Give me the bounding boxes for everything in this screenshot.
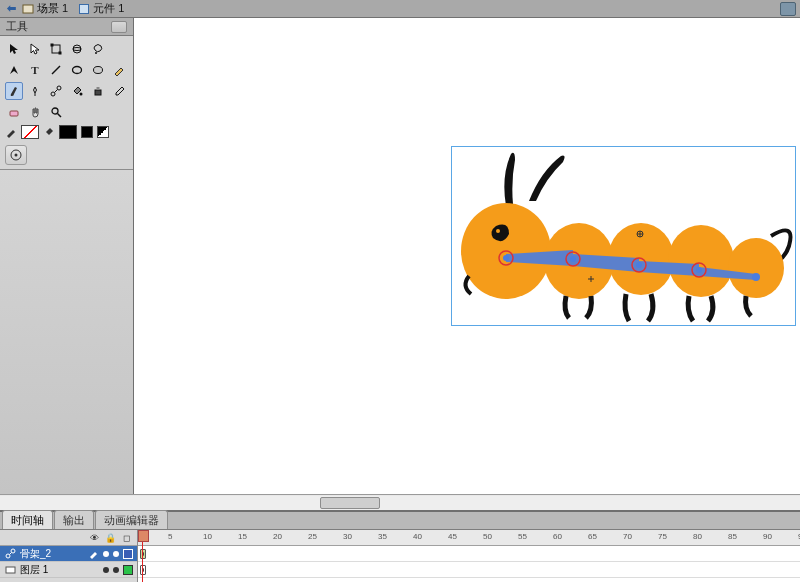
svg-point-33	[503, 255, 509, 261]
svg-point-5	[73, 45, 81, 53]
svg-point-40	[752, 273, 760, 281]
tab-motion-editor[interactable]: 动画编辑器	[95, 510, 168, 529]
tab-output[interactable]: 输出	[54, 510, 94, 529]
playhead[interactable]	[142, 530, 143, 582]
scene-icon	[22, 3, 34, 15]
ruler-tick: 25	[308, 532, 317, 541]
layer-armature[interactable]: 骨架_2	[0, 546, 137, 562]
svg-point-10	[94, 67, 103, 74]
pencil-icon	[89, 549, 99, 559]
rectangle-tool[interactable]	[68, 61, 86, 79]
svg-rect-0	[23, 5, 33, 13]
layer-1[interactable]: 图层 1	[0, 562, 137, 578]
svg-point-26	[728, 238, 784, 298]
visibility-dot[interactable]	[103, 567, 109, 573]
layer-color-swatch[interactable]	[123, 565, 133, 575]
eye-icon[interactable]: 👁	[89, 533, 99, 543]
svg-rect-4	[59, 52, 62, 55]
stage-horizontal-scrollbar[interactable]	[0, 494, 800, 510]
subselection-tool[interactable]	[26, 40, 44, 58]
svg-line-19	[58, 114, 62, 118]
svg-point-39	[696, 267, 702, 273]
svg-line-8	[52, 66, 60, 74]
ruler-tick: 75	[658, 532, 667, 541]
tools-panel-title: 工具	[6, 19, 28, 34]
frames-row-armature[interactable]	[138, 546, 800, 562]
svg-rect-15	[95, 90, 101, 95]
oval-tool[interactable]	[89, 61, 107, 79]
svg-rect-16	[97, 87, 100, 90]
snap-to-objects-button[interactable]	[5, 145, 27, 165]
selection-tool[interactable]	[5, 40, 23, 58]
stroke-swatch[interactable]	[21, 125, 39, 139]
layer-armature-name: 骨架_2	[20, 547, 51, 561]
svg-point-18	[52, 108, 58, 114]
scrollbar-thumb[interactable]	[320, 497, 380, 509]
tab-timeline[interactable]: 时间轴	[2, 510, 53, 529]
eyedropper-tool[interactable]	[110, 82, 128, 100]
fill-color-icon	[43, 126, 55, 138]
ruler-tick: 60	[553, 532, 562, 541]
bottom-panel-tabs: 时间轴 输出 动画编辑器	[0, 512, 800, 530]
crumb-scene[interactable]: 场景 1	[22, 1, 68, 16]
timeline-ruler[interactable]: 1510152025303540455055606570758085909510…	[138, 530, 800, 546]
svg-line-13	[55, 90, 58, 93]
tool-options	[5, 145, 128, 165]
frames-row-layer1[interactable]	[138, 562, 800, 578]
ruler-tick: 45	[448, 532, 457, 541]
edit-bar: ⬅ 场景 1 元件 1	[0, 0, 800, 18]
paint-bucket-tool[interactable]	[68, 82, 86, 100]
line-tool[interactable]	[47, 61, 65, 79]
crumb-scene-label: 场景 1	[37, 1, 68, 16]
stage-artwork[interactable]	[451, 146, 796, 326]
keyframe[interactable]	[140, 565, 146, 575]
ruler-tick: 55	[518, 532, 527, 541]
default-colors-button[interactable]	[81, 126, 93, 138]
free-transform-tool[interactable]	[47, 40, 65, 58]
deco-tool[interactable]	[26, 82, 44, 100]
swap-colors-button[interactable]	[97, 126, 109, 138]
svg-point-14	[80, 93, 83, 96]
eraser-tool[interactable]	[5, 103, 23, 121]
back-button[interactable]: ⬅	[4, 2, 18, 16]
fill-swatch[interactable]	[59, 125, 77, 139]
text-tool[interactable]: T	[26, 61, 44, 79]
timeline-frames[interactable]: 1510152025303540455055606570758085909510…	[138, 530, 800, 582]
lasso-tool[interactable]	[89, 40, 107, 58]
edit-scene-menu[interactable]	[780, 2, 796, 16]
visibility-dot[interactable]	[103, 551, 109, 557]
timeline-body: 👁 🔒 ◻ 骨架_2 图层 1	[0, 530, 800, 582]
svg-rect-3	[51, 44, 54, 47]
zoom-tool[interactable]	[47, 103, 65, 121]
normal-layer-icon	[4, 564, 16, 576]
svg-rect-17	[10, 111, 18, 116]
stage[interactable]	[134, 18, 800, 494]
svg-point-12	[57, 86, 61, 90]
layer-color-swatch[interactable]	[123, 549, 133, 559]
svg-point-6	[73, 48, 81, 51]
crumb-symbol[interactable]: 元件 1	[78, 1, 124, 16]
armature-layer-icon	[4, 548, 16, 560]
outline-icon[interactable]: ◻	[121, 533, 131, 543]
tools-panel: T	[0, 36, 133, 170]
lock-icon[interactable]: 🔒	[105, 533, 115, 543]
lock-dot[interactable]	[113, 551, 119, 557]
pencil-tool[interactable]	[110, 61, 128, 79]
ruler-tick: 40	[413, 532, 422, 541]
ruler-tick: 65	[588, 532, 597, 541]
pen-tool[interactable]	[5, 61, 23, 79]
svg-rect-1	[80, 4, 89, 13]
3d-rotation-tool[interactable]	[68, 40, 86, 58]
ruler-tick: 30	[343, 532, 352, 541]
brush-tool[interactable]	[5, 82, 23, 100]
hand-tool[interactable]	[26, 103, 44, 121]
lock-dot[interactable]	[113, 567, 119, 573]
bone-tool[interactable]	[47, 82, 65, 100]
timeline-layer-header: 👁 🔒 ◻	[0, 530, 137, 546]
ink-bottle-tool[interactable]	[89, 82, 107, 100]
keyframe[interactable]	[140, 549, 146, 559]
tools-panel-header: 工具	[0, 18, 133, 36]
svg-rect-49	[6, 567, 15, 573]
panel-collapse-button[interactable]	[111, 21, 127, 33]
svg-point-47	[11, 549, 15, 553]
